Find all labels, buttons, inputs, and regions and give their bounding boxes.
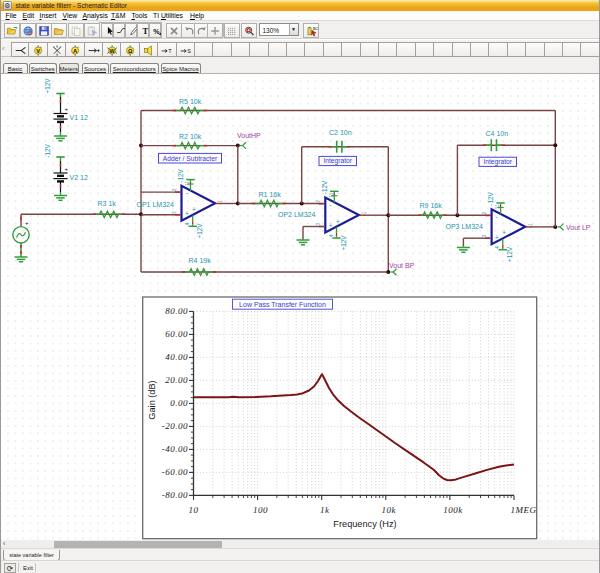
svg-text:T: T (142, 26, 148, 36)
svg-text:BC: BC (313, 26, 319, 31)
svg-text:W: W (110, 47, 116, 53)
svg-text:+: + (77, 45, 79, 49)
svg-text:Ω: Ω (128, 47, 133, 53)
svg-text:+: + (40, 45, 42, 49)
svg-text:T: T (168, 48, 172, 54)
svg-text:%: % (153, 28, 160, 35)
svg-text:S: S (187, 48, 191, 54)
